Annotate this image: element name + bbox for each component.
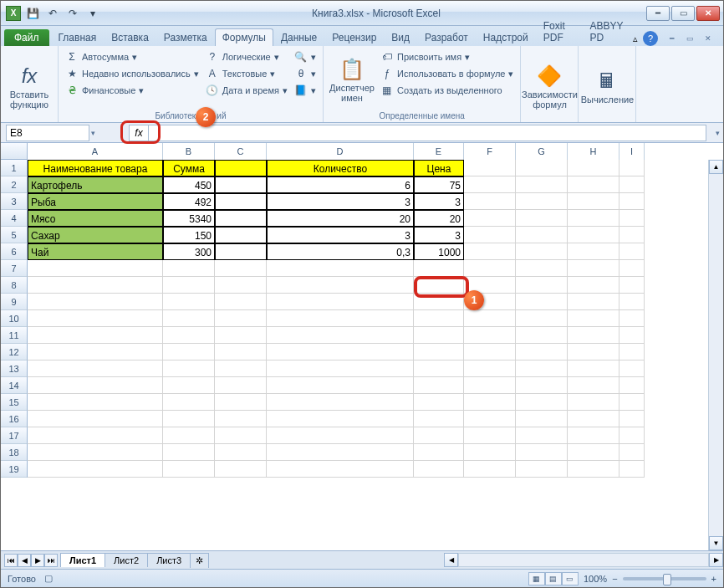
cell-H6[interactable] [568,243,619,260]
row-header-13[interactable]: 13 [1,360,28,377]
cell-G10[interactable] [516,310,568,327]
cell-A11[interactable] [28,327,163,344]
more-button[interactable]: 📘▾ [293,83,318,98]
cell-I5[interactable] [619,227,645,243]
cell-E12[interactable] [414,344,464,360]
cell-A15[interactable] [28,394,163,411]
cell-E14[interactable] [414,377,464,394]
logical-button[interactable]: ?Логические ▾ [204,49,289,64]
cell-D8[interactable] [267,277,414,294]
cell-I10[interactable] [619,310,645,327]
cell-H11[interactable] [568,327,619,344]
cell-D16[interactable] [267,411,414,427]
ribbon-minimize-icon[interactable]: ▵ [633,33,638,44]
row-header-6[interactable]: 6 [1,243,28,260]
zoom-in-button[interactable]: + [711,574,716,584]
cell-E1[interactable]: Цена [414,160,464,176]
cell-A18[interactable] [28,444,163,461]
cell-H14[interactable] [568,377,619,394]
cell-E5[interactable]: 3 [414,227,464,243]
cell-C14[interactable] [215,377,267,394]
cell-E3[interactable]: 3 [414,193,464,210]
cell-B4[interactable]: 5340 [163,210,215,227]
row-header-18[interactable]: 18 [1,444,28,461]
cell-H15[interactable] [568,394,619,411]
tab-abbyy[interactable]: ABBYY PD [583,17,633,46]
date-button[interactable]: 🕓Дата и время ▾ [204,83,289,98]
redo-button[interactable]: ↷ [64,5,81,22]
cell-H19[interactable] [568,461,619,478]
cell-B15[interactable] [163,394,215,411]
cell-C8[interactable] [215,277,267,294]
cell-D5[interactable]: 3 [267,227,414,243]
cell-D18[interactable] [267,444,414,461]
view-page-layout[interactable]: ▤ [545,572,562,585]
wb-minimize[interactable]: ━ [663,33,680,44]
cell-D13[interactable] [267,360,414,377]
cell-E4[interactable]: 20 [414,210,464,227]
cell-A13[interactable] [28,360,163,377]
cell-C6[interactable] [215,243,267,260]
cell-A4[interactable]: Мясо [28,210,163,227]
cell-B7[interactable] [163,260,215,277]
minimize-button[interactable]: ━ [646,6,670,21]
row-header-3[interactable]: 3 [1,193,28,210]
row-header-14[interactable]: 14 [1,377,28,394]
tab-review[interactable]: Рецензир [324,28,384,46]
cell-E6[interactable]: 1000 [414,243,464,260]
tab-foxit[interactable]: Foxit PDF [536,17,583,46]
hscroll-right[interactable]: ▶ [709,553,723,567]
cell-A17[interactable] [28,427,163,444]
undo-button[interactable]: ↶ [44,5,61,22]
cell-D11[interactable] [267,327,414,344]
insert-function-fx-button[interactable]: fx [129,125,149,141]
cell-C2[interactable] [215,176,267,193]
cell-C15[interactable] [215,394,267,411]
cell-F12[interactable] [464,344,516,360]
cell-C3[interactable] [215,193,267,210]
cell-D1[interactable]: Количество [267,160,414,176]
cell-G7[interactable] [516,260,568,277]
view-page-break[interactable]: ▭ [562,572,579,585]
sheet-nav-next[interactable]: ▶ [31,554,44,567]
name-box-dropdown[interactable]: ▾ [91,129,95,137]
cell-C16[interactable] [215,411,267,427]
close-button[interactable]: ✕ [696,6,720,21]
autosum-button[interactable]: ΣАвтосумма ▾ [64,49,201,64]
cell-E11[interactable] [414,327,464,344]
cell-B1[interactable]: Сумма [163,160,215,176]
cell-E19[interactable] [414,461,464,478]
cell-G9[interactable] [516,294,568,310]
row-header-7[interactable]: 7 [1,260,28,277]
cell-F5[interactable] [464,227,516,243]
sheet-nav-prev[interactable]: ◀ [18,554,31,567]
insert-function-button[interactable]: fx Вставить функцию [6,48,53,122]
cell-B12[interactable] [163,344,215,360]
cell-F15[interactable] [464,394,516,411]
cell-B13[interactable] [163,360,215,377]
cell-G8[interactable] [516,277,568,294]
scroll-up-arrow[interactable]: ▲ [709,160,723,174]
cell-H2[interactable] [568,176,619,193]
scroll-down-arrow[interactable]: ▼ [709,536,723,550]
cell-B2[interactable]: 450 [163,176,215,193]
cell-A1[interactable]: Наименование товара [28,160,163,176]
cell-G13[interactable] [516,360,568,377]
formula-auditing-button[interactable]: 🔶 Зависимости формул [526,48,573,122]
hscroll-left[interactable]: ◀ [444,553,458,567]
cell-C11[interactable] [215,327,267,344]
select-all-corner[interactable] [1,143,28,160]
cell-B16[interactable] [163,411,215,427]
cell-F14[interactable] [464,377,516,394]
cell-H1[interactable] [568,160,619,176]
cell-C17[interactable] [215,427,267,444]
file-tab[interactable]: Файл [4,29,49,46]
cell-D7[interactable] [267,260,414,277]
cell-E18[interactable] [414,444,464,461]
cell-I12[interactable] [619,344,645,360]
cell-C13[interactable] [215,360,267,377]
zoom-slider[interactable] [623,577,706,580]
cell-I8[interactable] [619,277,645,294]
cell-G19[interactable] [516,461,568,478]
tab-view[interactable]: Вид [384,28,417,46]
